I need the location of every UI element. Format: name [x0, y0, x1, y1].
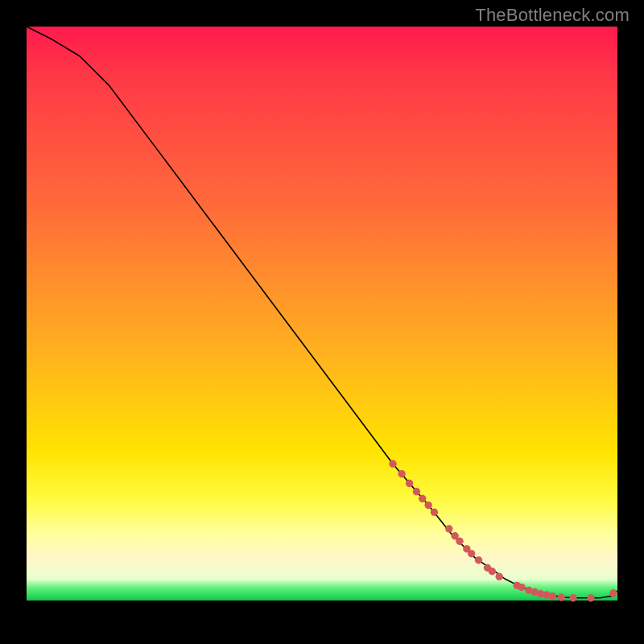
curve-marker — [456, 538, 463, 545]
curve-marker — [398, 470, 405, 477]
curve-marker — [496, 573, 503, 580]
watermark-text: TheBottleneck.com — [475, 5, 630, 26]
curve-marker — [445, 525, 452, 532]
curve-marker — [587, 594, 594, 601]
curve-marker — [558, 593, 565, 601]
curve-marker — [609, 589, 617, 597]
curve-marker — [419, 495, 426, 502]
curve-marker — [489, 568, 496, 575]
bottleneck-chart — [27, 27, 617, 617]
curve-marker — [389, 460, 396, 468]
curve-marker — [413, 488, 420, 495]
curve-marker — [406, 480, 413, 487]
curve-marker — [475, 556, 482, 564]
curve-marker — [468, 550, 475, 557]
curve-marker — [569, 594, 576, 601]
chart-container: TheBottleneck.com — [0, 0, 644, 644]
curve-marker — [549, 592, 556, 600]
curve-marker — [431, 509, 438, 516]
curve-marker — [425, 502, 432, 509]
curve-marker — [518, 584, 525, 591]
curve-markers — [389, 460, 617, 602]
plot-area — [27, 27, 617, 617]
bottleneck-curve-line — [27, 27, 617, 598]
